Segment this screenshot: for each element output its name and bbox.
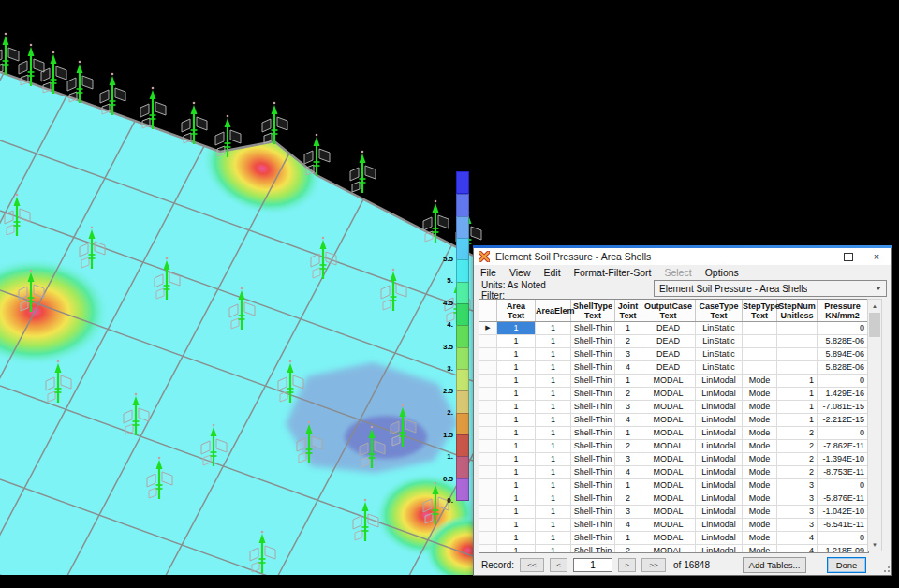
table-cell[interactable]: LinModal: [696, 427, 743, 439]
table-cell[interactable]: Shell-Thin: [571, 401, 615, 413]
last-record-button[interactable]: >>: [641, 558, 666, 572]
table-cell[interactable]: 1: [536, 388, 571, 400]
table-cell[interactable]: 1: [615, 375, 641, 387]
column-header[interactable]: AreaElem: [536, 300, 571, 321]
maximize-button[interactable]: [834, 248, 862, 265]
column-header[interactable]: StepTypeText: [743, 300, 777, 321]
table-cell[interactable]: LinModal: [696, 506, 743, 518]
row-selector-cell[interactable]: [479, 466, 497, 478]
table-cell[interactable]: 1: [615, 479, 641, 492]
table-cell[interactable]: 1: [497, 453, 536, 465]
table-cell[interactable]: 1: [536, 440, 571, 452]
table-row[interactable]: 11Shell-Thin4DEADLinStatic5.828E-06: [479, 361, 868, 375]
table-cell[interactable]: Mode: [743, 401, 777, 413]
table-cell[interactable]: [743, 322, 777, 334]
row-selector-cell[interactable]: [479, 348, 497, 360]
table-cell[interactable]: 1: [497, 388, 536, 400]
row-selector-cell[interactable]: [479, 519, 497, 531]
menu-format-filter-sort[interactable]: Format-Filter-Sort: [567, 267, 658, 278]
table-cell[interactable]: 1: [497, 492, 536, 505]
table-row[interactable]: 11Shell-Thin1MODALLinModalMode20: [479, 427, 868, 440]
table-cell[interactable]: -6.541E-11: [818, 519, 868, 531]
table-cell[interactable]: 1: [497, 545, 536, 553]
table-cell[interactable]: 3: [777, 492, 818, 505]
table-row[interactable]: 11Shell-Thin1MODALLinModalMode10: [479, 375, 868, 388]
table-cell[interactable]: LinStatic: [696, 348, 743, 360]
row-selector-cell[interactable]: [479, 506, 497, 518]
previous-record-button[interactable]: <: [550, 558, 567, 572]
menu-options[interactable]: Options: [699, 267, 745, 278]
table-row[interactable]: 11Shell-Thin4MODALLinModalMode1-2.212E-1…: [479, 414, 868, 427]
table-cell[interactable]: 3: [615, 506, 641, 518]
table-cell[interactable]: LinModal: [696, 414, 743, 426]
table-cell[interactable]: LinModal: [696, 479, 743, 492]
table-cell[interactable]: 1: [497, 322, 536, 334]
scroll-up-icon[interactable]: ▲: [868, 300, 881, 312]
table-cell[interactable]: [743, 335, 777, 347]
table-cell[interactable]: MODAL: [641, 401, 696, 413]
table-cell[interactable]: 1: [536, 401, 571, 413]
table-cell[interactable]: MODAL: [641, 427, 696, 439]
table-cell[interactable]: 3: [615, 348, 641, 360]
menu-file[interactable]: File: [474, 267, 503, 278]
record-number-input[interactable]: [573, 558, 612, 572]
table-cell[interactable]: 4: [615, 414, 641, 426]
table-cell[interactable]: Shell-Thin: [571, 532, 615, 544]
column-header[interactable]: OutputCaseText: [641, 300, 696, 321]
table-cell[interactable]: 1: [497, 506, 536, 518]
table-cell[interactable]: Mode: [743, 492, 777, 505]
table-cell[interactable]: 1: [777, 401, 818, 413]
table-cell[interactable]: 1: [536, 414, 571, 426]
table-cell[interactable]: DEAD: [641, 322, 696, 334]
table-cell[interactable]: LinModal: [696, 453, 743, 465]
table-cell[interactable]: Mode: [743, 388, 777, 400]
table-cell[interactable]: LinModal: [696, 440, 743, 452]
table-cell[interactable]: 2: [615, 335, 641, 347]
table-cell[interactable]: 1: [497, 361, 536, 374]
table-cell[interactable]: 4: [777, 545, 818, 553]
column-header[interactable]: [479, 300, 497, 321]
table-cell[interactable]: 1: [497, 427, 536, 439]
table-cell[interactable]: 2: [615, 492, 641, 505]
table-cell[interactable]: Mode: [743, 545, 777, 553]
table-cell[interactable]: 1: [497, 401, 536, 413]
table-cell[interactable]: Shell-Thin: [571, 322, 615, 334]
table-cell[interactable]: 1: [536, 519, 571, 531]
table-cell[interactable]: 1: [497, 375, 536, 387]
table-cell[interactable]: 1: [497, 532, 536, 544]
table-cell[interactable]: 2: [777, 466, 818, 478]
table-cell[interactable]: LinModal: [696, 532, 743, 544]
table-cell[interactable]: 3: [777, 519, 818, 531]
row-selector-cell[interactable]: ▶: [479, 322, 497, 334]
table-cell[interactable]: Shell-Thin: [571, 361, 615, 374]
column-header[interactable]: CaseTypeText: [696, 300, 743, 321]
table-row[interactable]: 11Shell-Thin1MODALLinModalMode30: [479, 479, 868, 492]
table-cell[interactable]: MODAL: [641, 492, 696, 505]
table-cell[interactable]: 1: [536, 479, 571, 492]
table-cell[interactable]: 1: [536, 335, 571, 347]
table-cell[interactable]: Shell-Thin: [571, 453, 615, 465]
table-row[interactable]: 11Shell-Thin2DEADLinStatic5.828E-06: [479, 335, 868, 348]
table-cell[interactable]: Mode: [743, 519, 777, 531]
table-row[interactable]: 11Shell-Thin3MODALLinModalMode1-7.081E-1…: [479, 401, 868, 414]
table-cell[interactable]: [743, 361, 777, 374]
table-cell[interactable]: LinModal: [696, 401, 743, 413]
table-cell[interactable]: Shell-Thin: [571, 414, 615, 426]
table-cell[interactable]: Shell-Thin: [571, 335, 615, 347]
table-cell[interactable]: 1: [536, 532, 571, 544]
table-cell[interactable]: MODAL: [641, 440, 696, 452]
table-cell[interactable]: LinModal: [696, 388, 743, 400]
vertical-scrollbar[interactable]: ▲ ▼: [867, 299, 882, 551]
table-cell[interactable]: 0: [818, 427, 868, 439]
table-cell[interactable]: 1: [497, 479, 536, 492]
table-cell[interactable]: MODAL: [641, 388, 696, 400]
table-cell[interactable]: 4: [615, 361, 641, 374]
column-header[interactable]: StepNumUnitless: [777, 300, 818, 321]
table-cell[interactable]: 0: [818, 375, 868, 387]
table-cell[interactable]: MODAL: [641, 519, 696, 531]
table-cell[interactable]: MODAL: [641, 506, 696, 518]
table-cell[interactable]: MODAL: [641, 479, 696, 492]
table-cell[interactable]: Shell-Thin: [571, 519, 615, 531]
row-selector-cell[interactable]: [479, 532, 497, 544]
table-row[interactable]: 11Shell-Thin4MODALLinModalMode2-8.753E-1…: [479, 466, 868, 479]
